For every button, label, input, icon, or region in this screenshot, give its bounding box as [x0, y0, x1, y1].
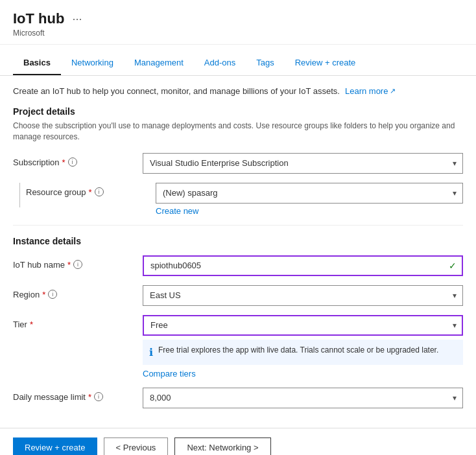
region-info-icon[interactable]: i — [48, 290, 57, 299]
tier-info-box: ℹ Free trial explores the app with live … — [143, 340, 463, 365]
project-details-desc: Choose the subscription you'll use to ma… — [13, 121, 463, 143]
iot-hub-name-row: IoT hub name * i ✓ — [13, 255, 463, 276]
daily-message-limit-row: Daily message limit * i 8,000 — [13, 388, 463, 408]
section-divider — [13, 225, 463, 226]
subscription-select-wrapper: Visual Studio Enterprise Subscription — [143, 153, 463, 174]
create-new-link[interactable]: Create new — [156, 206, 198, 216]
page-subtitle: Microsoft — [13, 29, 463, 38]
tab-management[interactable]: Management — [124, 51, 194, 75]
learn-more-link[interactable]: Learn more ↗ — [345, 86, 396, 96]
description-text: Create an IoT hub to help you connect, m… — [13, 86, 340, 96]
region-select-wrapper: East US — [143, 285, 463, 306]
previous-button[interactable]: < Previous — [104, 438, 169, 455]
compare-tiers-link[interactable]: Compare tiers — [143, 369, 196, 379]
tier-required: * — [30, 320, 33, 329]
iot-hub-name-label: IoT hub name * i — [13, 255, 143, 270]
info-box-icon: ℹ — [149, 345, 153, 360]
daily-message-limit-required: * — [88, 392, 91, 402]
subscription-label: Subscription * i — [13, 153, 143, 167]
subscription-select[interactable]: Visual Studio Enterprise Subscription — [143, 153, 463, 174]
next-button[interactable]: Next: Networking > — [174, 438, 270, 455]
tab-review-create[interactable]: Review + create — [285, 51, 366, 75]
tier-info-text: Free trial explores the app with live da… — [158, 345, 438, 356]
tier-control: Free ℹ Free trial explores the app with … — [143, 315, 463, 379]
rg-required: * — [89, 187, 92, 197]
daily-message-limit-label: Daily message limit * i — [13, 388, 143, 402]
daily-message-limit-control: 8,000 — [143, 388, 463, 408]
checkmark-icon: ✓ — [449, 261, 457, 271]
rg-content: Resource group * i (New) spasarg Create … — [26, 183, 463, 216]
tab-addons[interactable]: Add-ons — [194, 51, 246, 75]
page-title: IoT hub — [13, 10, 64, 27]
subscription-control: Visual Studio Enterprise Subscription — [143, 153, 463, 174]
project-details-title: Project details — [13, 106, 463, 117]
instance-details-section: Instance details IoT hub name * i ✓ Regi… — [13, 236, 463, 408]
region-control: East US — [143, 285, 463, 306]
subscription-info-icon[interactable]: i — [68, 158, 77, 167]
rg-control: (New) spasarg Create new — [156, 183, 463, 216]
page-header: IoT hub ··· Microsoft — [0, 0, 476, 45]
rg-line — [19, 183, 20, 207]
tier-field-row: Tier * Free ℹ Free trial explores the ap… — [13, 315, 463, 379]
iot-hub-name-required: * — [67, 260, 71, 270]
daily-message-limit-wrapper: 8,000 — [143, 388, 463, 408]
subscription-required: * — [62, 158, 65, 167]
rg-info-icon[interactable]: i — [95, 187, 104, 196]
tier-select[interactable]: Free — [143, 315, 463, 336]
resource-group-field-row: Resource group * i (New) spasarg Create … — [13, 183, 463, 216]
ellipsis-button[interactable]: ··· — [69, 12, 84, 26]
project-details-section: Project details Choose the subscription … — [13, 106, 463, 216]
iot-hub-name-info-icon[interactable]: i — [73, 260, 82, 269]
region-field-row: Region * i East US — [13, 285, 463, 306]
main-content: Create an IoT hub to help you connect, m… — [0, 76, 476, 428]
tier-label: Tier * — [13, 315, 143, 329]
tab-bar: Basics Networking Management Add-ons Tag… — [0, 51, 476, 76]
subscription-field-row: Subscription * i Visual Studio Enterpris… — [13, 153, 463, 174]
tab-basics[interactable]: Basics — [13, 51, 61, 75]
description-row: Create an IoT hub to help you connect, m… — [13, 86, 463, 96]
daily-message-limit-select[interactable]: 8,000 — [143, 388, 463, 408]
iot-hub-name-input[interactable] — [143, 255, 463, 276]
region-required: * — [42, 290, 45, 299]
daily-message-limit-info-icon[interactable]: i — [94, 392, 103, 401]
tier-select-wrapper: Free — [143, 315, 463, 336]
resource-group-label: Resource group * i — [26, 183, 156, 197]
region-label: Region * i — [13, 285, 143, 299]
rg-select-wrapper: (New) spasarg — [156, 183, 463, 204]
iot-hub-name-group: IoT hub name * i ✓ — [13, 255, 463, 276]
resource-group-select[interactable]: (New) spasarg — [156, 183, 463, 204]
rg-row: Resource group * i (New) spasarg Create … — [26, 183, 463, 216]
review-create-button[interactable]: Review + create — [13, 438, 97, 455]
tab-tags[interactable]: Tags — [246, 51, 284, 75]
footer: Review + create < Previous Next: Network… — [0, 428, 476, 455]
instance-details-title: Instance details — [13, 236, 463, 246]
iot-hub-name-control: ✓ — [143, 255, 463, 276]
iot-hub-name-wrapper: ✓ — [143, 255, 463, 276]
region-select[interactable]: East US — [143, 285, 463, 306]
external-link-icon: ↗ — [390, 87, 396, 95]
rg-indent — [13, 183, 26, 207]
tab-networking[interactable]: Networking — [61, 51, 124, 75]
